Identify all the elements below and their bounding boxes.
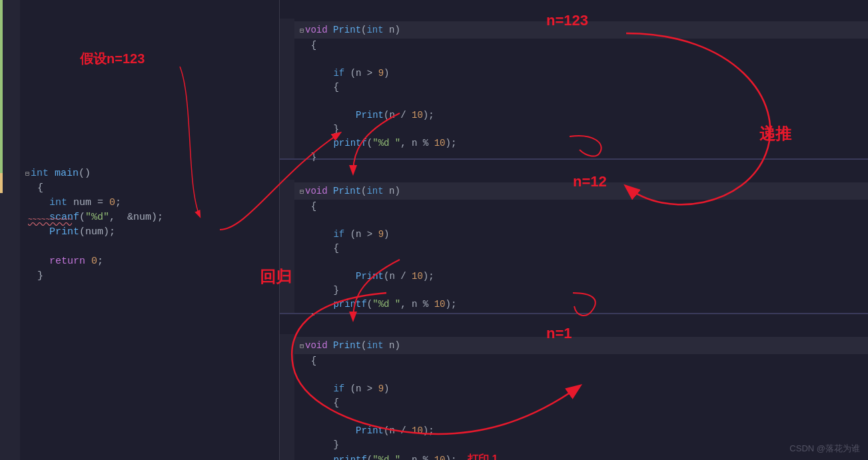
right-area: ⊟void Print(int n) { if (n > 9) { Print(… [280, 0, 868, 460]
frame-gutter-1 [280, 19, 294, 158]
f1-if-brace: { [294, 81, 868, 95]
f1-brace-open: { [294, 39, 868, 53]
f2-close-if: } [294, 284, 868, 298]
f1-blank2 [294, 95, 868, 109]
code-line-close-brace: } [20, 269, 280, 284]
code-line [20, 79, 280, 93]
f2-print-call: Print(n / 10); [294, 270, 868, 284]
annotation-recursion: 递推 [759, 123, 791, 144]
code-line-main-header: ⊟int main() [20, 166, 280, 181]
f2-printf: printf("%d ", n % 10); [294, 298, 868, 312]
code-line-print: Print(num); [20, 225, 280, 240]
f3-blank1 [294, 368, 868, 382]
left-code-area: ⊟int main() { int num = 0; scanf("%d", &… [20, 0, 280, 289]
annotation-n12: n=12 [573, 173, 607, 190]
gutter-bar-yellow [0, 173, 3, 193]
left-panel: ⊟int main() { int num = 0; scanf("%d", &… [0, 0, 280, 460]
f3-printf: printf("%d ", n % 10); 打印 1 [294, 452, 868, 460]
annotation-return: 回归 [260, 266, 292, 288]
annotation-assume: 假设n=123 [80, 50, 145, 68]
f2-if-brace: { [294, 242, 868, 256]
f3-if: if (n > 9) [294, 382, 868, 396]
code-line-int-num: int num = 0; [20, 196, 280, 210]
code-line [20, 35, 280, 49]
f3-print-call: Print(n / 10); [294, 424, 868, 438]
code-line-scanf: scanf("%d", &num);~~~~~~~~~~ [20, 210, 280, 225]
code-line [20, 49, 280, 64]
f2-if: if (n > 9) [294, 228, 868, 242]
call-frame-3: ⊟void Print(int n) { if (n > 9) { Print(… [280, 316, 868, 460]
f1-if: if (n > 9) [294, 67, 868, 81]
annotation-n123: n=123 [546, 12, 588, 29]
code-line [20, 5, 280, 20]
code-line [20, 152, 280, 166]
f2-blank1 [294, 214, 868, 228]
frame-gutter-2 [280, 180, 294, 313]
frame-header-line-3: ⊟void Print(int n) [294, 337, 868, 354]
f3-blank2 [294, 410, 868, 424]
f3-close-if: } [294, 438, 868, 452]
code-line [20, 93, 280, 108]
code-line-return: return 0; [20, 254, 280, 269]
f3-if-brace: { [294, 396, 868, 410]
code-line [20, 20, 280, 35]
f2-blank2 [294, 256, 868, 270]
line-gutter [0, 0, 20, 460]
annotation-n1: n=1 [546, 325, 572, 342]
code-line [20, 64, 280, 79]
code-line [20, 122, 280, 137]
code-line [20, 137, 280, 152]
code-line-blank [20, 240, 280, 254]
frame-code-2: ⊟void Print(int n) { if (n > 9) { Print(… [294, 180, 868, 313]
f1-blank1 [294, 53, 868, 67]
f3-brace-open: { [294, 354, 868, 368]
code-line-open-brace: { [20, 181, 280, 196]
f2-brace-open: { [294, 200, 868, 214]
code-line [20, 108, 280, 122]
frame-code-3: ⊟void Print(int n) { if (n > 9) { Print(… [294, 334, 868, 460]
f1-print-call: Print(n / 10); [294, 109, 868, 122]
watermark: CSDN @落花为谁 [789, 443, 860, 455]
frame-gutter-3 [280, 334, 294, 460]
gutter-bar-green [0, 0, 3, 173]
